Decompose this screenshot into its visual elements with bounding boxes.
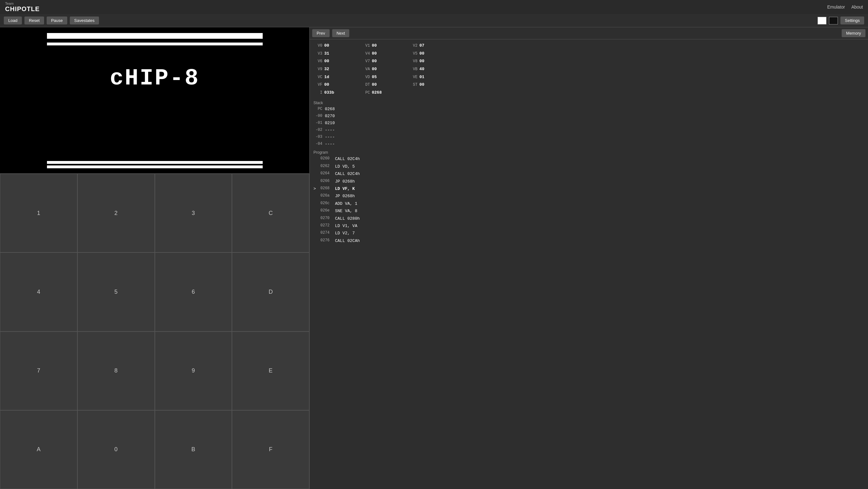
prog-addr: 0264 bbox=[320, 170, 333, 177]
stack-row-_03: -03---- bbox=[313, 134, 864, 141]
memory-button[interactable]: Memory bbox=[842, 29, 865, 37]
stack-val: ---- bbox=[325, 134, 335, 141]
reg-name-vf: VF bbox=[313, 81, 322, 89]
prev-button[interactable]: Prev bbox=[312, 29, 330, 37]
nav-about[interactable]: About bbox=[851, 4, 863, 9]
prog-instr: LD V2, 7 bbox=[335, 230, 355, 237]
reg-name-v6: V6 bbox=[313, 58, 322, 65]
stack-label: -01 bbox=[313, 120, 322, 127]
reg-item-ve: VE01 bbox=[409, 74, 456, 81]
stack-label: -00 bbox=[313, 113, 322, 120]
title-bar: Team CHIPOTLE Emulator About bbox=[0, 0, 868, 14]
prog-addr: 026e bbox=[320, 207, 333, 214]
key-C[interactable]: C bbox=[232, 174, 309, 253]
prog-arrow bbox=[313, 200, 318, 207]
color-swatch-black[interactable] bbox=[829, 17, 838, 24]
prog-arrow bbox=[313, 193, 318, 200]
reg-name-va: VA bbox=[361, 66, 370, 73]
reg-val-pc: 0268 bbox=[372, 89, 382, 97]
key-9[interactable]: 9 bbox=[155, 332, 232, 410]
app-name: CHIPOTLE bbox=[5, 5, 40, 12]
next-button[interactable]: Next bbox=[332, 29, 350, 37]
key-7[interactable]: 7 bbox=[0, 332, 78, 410]
prog-row-0266: 0266JP 0268h bbox=[313, 178, 864, 185]
prog-row-0276: 0276CALL 02CAh bbox=[313, 237, 864, 244]
reg-val-v8: 00 bbox=[420, 57, 425, 65]
keypad: 123C456D789EA0BF bbox=[0, 173, 309, 489]
reg-name-st: ST bbox=[409, 81, 417, 89]
key-4[interactable]: 4 bbox=[0, 253, 78, 331]
key-B[interactable]: B bbox=[155, 410, 232, 489]
prog-arrow bbox=[313, 207, 318, 214]
key-F[interactable]: F bbox=[232, 410, 309, 489]
reg-item-v5: V500 bbox=[409, 50, 456, 58]
screen-bar-bot-2 bbox=[47, 166, 263, 168]
reg-item-v0: V000 bbox=[313, 42, 361, 50]
key-D[interactable]: D bbox=[232, 253, 309, 331]
reg-row-6: I033bPC0268 bbox=[313, 89, 864, 97]
reg-val-v1: 00 bbox=[372, 42, 377, 50]
reg-item-pc: PC0268 bbox=[361, 89, 409, 97]
pause-button[interactable]: Pause bbox=[46, 17, 67, 24]
prog-addr: 0260 bbox=[320, 155, 333, 163]
settings-button[interactable]: Settings bbox=[840, 17, 864, 24]
reg-name-dt: DT bbox=[361, 81, 370, 89]
prog-row-0270: 0270CALL 0280h bbox=[313, 215, 864, 222]
stack-row-_00: -000270 bbox=[313, 113, 864, 120]
left-panel: cHIP-8 123C456D789EA0BF bbox=[0, 27, 309, 489]
reg-val-v4: 00 bbox=[372, 50, 377, 58]
stack-row-_01: -010210 bbox=[313, 120, 864, 127]
reg-name-v7: V7 bbox=[361, 58, 370, 65]
reg-name-v8: V8 bbox=[409, 58, 417, 65]
stack-val: 0270 bbox=[325, 113, 335, 120]
screen-bar-top-2 bbox=[47, 42, 263, 46]
load-button[interactable]: Load bbox=[4, 17, 22, 24]
reg-val-v7: 00 bbox=[372, 57, 377, 65]
reg-val-st: 00 bbox=[420, 81, 425, 89]
reg-val-i: 033b bbox=[324, 89, 334, 97]
prog-instr: SNE VA, 8 bbox=[335, 207, 357, 214]
key-2[interactable]: 2 bbox=[78, 174, 155, 253]
key-3[interactable]: 3 bbox=[155, 174, 232, 253]
prog-arrow: > bbox=[313, 185, 318, 193]
reg-name-v9: V9 bbox=[313, 66, 322, 73]
key-6[interactable]: 6 bbox=[155, 253, 232, 331]
reg-val-vd: 05 bbox=[372, 74, 377, 81]
prog-row-0272: 0272LD V1, VA bbox=[313, 222, 864, 230]
app-title-block: Team CHIPOTLE bbox=[5, 2, 40, 12]
reg-item-dt: DT00 bbox=[361, 81, 409, 89]
key-1[interactable]: 1 bbox=[0, 174, 78, 253]
prog-addr: 0268 bbox=[320, 185, 333, 193]
stack-label: -03 bbox=[313, 134, 322, 141]
program-section: Program 0260CALL 02C4h0262LD VD, 50264CA… bbox=[310, 149, 868, 489]
reg-name-v4: V4 bbox=[361, 50, 370, 57]
stack-title: Stack bbox=[313, 100, 864, 105]
reg-item-v7: V700 bbox=[361, 57, 409, 65]
key-E[interactable]: E bbox=[232, 332, 309, 410]
reg-name-vc: VC bbox=[313, 74, 322, 81]
key-8[interactable]: 8 bbox=[78, 332, 155, 410]
nav-emulator[interactable]: Emulator bbox=[827, 4, 845, 9]
prog-instr: JP 0268h bbox=[335, 193, 355, 200]
reg-name-v2: V2 bbox=[409, 42, 417, 50]
key-A[interactable]: A bbox=[0, 410, 78, 489]
reg-row-2: V600V700V800 bbox=[313, 57, 864, 65]
reg-row-3: V932VA00VB40 bbox=[313, 65, 864, 74]
prog-addr: 026a bbox=[320, 193, 333, 200]
prog-instr: CALL 02C4h bbox=[335, 170, 360, 177]
prog-addr: 0272 bbox=[320, 222, 333, 230]
reset-button[interactable]: Reset bbox=[24, 17, 44, 24]
prog-arrow bbox=[313, 155, 318, 163]
reg-item-vd: VD05 bbox=[361, 74, 409, 81]
reg-val-vb: 40 bbox=[420, 65, 425, 74]
savestates-button[interactable]: Savestates bbox=[70, 17, 99, 24]
color-swatch-white[interactable] bbox=[817, 17, 827, 24]
reg-item-vc: VC1d bbox=[313, 74, 361, 81]
key-0[interactable]: 0 bbox=[78, 410, 155, 489]
prog-instr: CALL 02CAh bbox=[335, 237, 360, 244]
reg-val-v5: 00 bbox=[420, 50, 425, 58]
prog-row-0260: 0260CALL 02C4h bbox=[313, 155, 864, 163]
key-5[interactable]: 5 bbox=[78, 253, 155, 331]
program-title: Program bbox=[313, 150, 864, 155]
prog-arrow bbox=[313, 215, 318, 222]
